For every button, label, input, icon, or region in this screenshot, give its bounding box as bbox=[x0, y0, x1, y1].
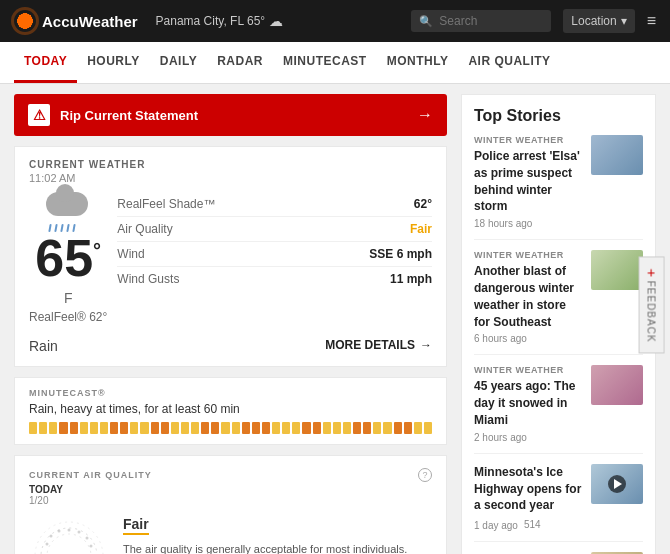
story-item[interactable]: Minnesota's Ice Highway opens for a seco… bbox=[474, 464, 643, 542]
hamburger-menu-icon[interactable]: ≡ bbox=[647, 12, 656, 30]
minutecast-segment bbox=[90, 422, 98, 434]
location-button[interactable]: Location ▾ bbox=[563, 9, 634, 33]
story-item[interactable]: WINTER WEATHER Another blast of dangerou… bbox=[474, 250, 643, 355]
weather-details: RealFeel Shade™ 62° Air Quality Fair Win… bbox=[117, 192, 432, 291]
nav-item-monthly[interactable]: MONTHLY bbox=[377, 42, 459, 83]
main-nav: TODAY HOURLY DAILY RADAR MINUTECAST MONT… bbox=[0, 42, 670, 84]
weather-description: Rain bbox=[29, 338, 58, 354]
svg-point-0 bbox=[35, 522, 103, 554]
feedback-label: FEEDBACK bbox=[646, 280, 657, 342]
air-quality-today: TODAY bbox=[29, 484, 432, 495]
alert-text: Rip Current Statement bbox=[60, 108, 417, 123]
story-headline: 45 years ago: The day it snowed in Miami bbox=[474, 378, 583, 428]
story-text: WINTER WEATHER 45 years ago: The day it … bbox=[474, 365, 583, 442]
minutecast-segment bbox=[313, 422, 321, 434]
minutecast-segment bbox=[404, 422, 412, 434]
story-image bbox=[591, 250, 643, 290]
nav-item-minutecast[interactable]: MINUTECAST bbox=[273, 42, 377, 83]
minutecast-segment bbox=[70, 422, 78, 434]
story-time: 18 hours ago bbox=[474, 218, 583, 229]
air-quality-content: 26 AQI Fair The air quality is generally… bbox=[29, 516, 432, 554]
cloud-icon: ☁ bbox=[269, 13, 283, 29]
current-weather-panel: CURRENT WEATHER 11:02 AM bbox=[14, 146, 447, 367]
left-column: ⚠ Rip Current Statement → CURRENT WEATHE… bbox=[14, 94, 447, 554]
current-weather-label: CURRENT WEATHER bbox=[29, 159, 432, 170]
minutecast-segment bbox=[191, 422, 199, 434]
nav-item-air-quality[interactable]: AIR QUALITY bbox=[458, 42, 560, 83]
air-quality-description: The air quality is generally acceptable … bbox=[123, 541, 432, 554]
minutecast-segment bbox=[80, 422, 88, 434]
minutecast-segment bbox=[110, 422, 118, 434]
minutecast-segment bbox=[373, 422, 381, 434]
alert-arrow-icon: → bbox=[417, 106, 433, 124]
minutecast-segment bbox=[272, 422, 280, 434]
minutecast-segment bbox=[292, 422, 300, 434]
minutecast-segment bbox=[59, 422, 67, 434]
story-view-count: 514 bbox=[524, 519, 541, 530]
minutecast-segment bbox=[333, 422, 341, 434]
nav-item-radar[interactable]: RADAR bbox=[207, 42, 273, 83]
minutecast-segment bbox=[181, 422, 189, 434]
search-bar[interactable]: 🔍 bbox=[411, 10, 551, 32]
story-headline: Minnesota's Ice Highway opens for a seco… bbox=[474, 464, 583, 514]
main-content: ⚠ Rip Current Statement → CURRENT WEATHE… bbox=[0, 84, 670, 554]
svg-point-7 bbox=[78, 531, 81, 534]
story-category: WINTER WEATHER bbox=[474, 250, 583, 260]
story-image bbox=[591, 135, 643, 175]
minutecast-segment bbox=[140, 422, 148, 434]
feedback-tab[interactable]: + FEEDBACK bbox=[638, 256, 664, 353]
minutecast-segment bbox=[343, 422, 351, 434]
minutecast-segment bbox=[282, 422, 290, 434]
minutecast-segment bbox=[383, 422, 391, 434]
temperature-unit: F bbox=[64, 290, 73, 306]
top-stories-title: Top Stories bbox=[474, 107, 643, 125]
minutecast-segment bbox=[221, 422, 229, 434]
svg-point-3 bbox=[46, 543, 49, 546]
info-icon[interactable]: ? bbox=[418, 468, 432, 482]
air-quality-date: 1/20 bbox=[29, 495, 432, 506]
svg-point-8 bbox=[86, 537, 89, 540]
nav-item-hourly[interactable]: HOURLY bbox=[77, 42, 150, 83]
more-details-arrow-icon: → bbox=[420, 338, 432, 352]
story-text: WINTER WEATHER Police arrest 'Elsa' as p… bbox=[474, 135, 583, 229]
minutecast-segment bbox=[151, 422, 159, 434]
story-category: WINTER WEATHER bbox=[474, 365, 583, 375]
nav-item-today[interactable]: TODAY bbox=[14, 42, 77, 83]
minutecast-segment bbox=[252, 422, 260, 434]
feedback-plus-icon: + bbox=[647, 264, 656, 280]
minutecast-description: Rain, heavy at times, for at least 60 mi… bbox=[29, 402, 432, 416]
svg-point-1 bbox=[41, 528, 97, 554]
top-stories-panel: Top Stories WINTER WEATHER Police arrest… bbox=[461, 94, 656, 554]
search-input[interactable] bbox=[439, 14, 543, 28]
current-weather-time: 11:02 AM bbox=[29, 172, 432, 184]
minutecast-segment bbox=[302, 422, 310, 434]
minutecast-segment bbox=[211, 422, 219, 434]
minutecast-segment bbox=[39, 422, 47, 434]
more-details-link[interactable]: MORE DETAILS → bbox=[325, 338, 432, 352]
svg-point-6 bbox=[68, 529, 71, 532]
story-time: 2 hours ago bbox=[474, 432, 583, 443]
minutecast-segment bbox=[29, 422, 37, 434]
story-time: 1 day ago bbox=[474, 520, 518, 531]
story-category: WINTER WEATHER bbox=[474, 135, 583, 145]
story-time: 6 hours ago bbox=[474, 333, 583, 344]
minutecast-segment bbox=[171, 422, 179, 434]
story-item[interactable]: WINTER WEATHER 45 years ago: The day it … bbox=[474, 365, 643, 453]
minutecast-segment bbox=[353, 422, 361, 434]
air-quality-row: Air Quality Fair bbox=[117, 217, 432, 242]
story-item[interactable]: WINTER WEATHER Police arrest 'Elsa' as p… bbox=[474, 135, 643, 240]
story-headline: Police arrest 'Elsa' as prime suspect be… bbox=[474, 148, 583, 215]
minutecast-segment bbox=[242, 422, 250, 434]
temperature-value: 65 bbox=[35, 232, 93, 284]
wind-gusts-row: Wind Gusts 11 mph bbox=[117, 267, 432, 291]
gauge-svg bbox=[29, 516, 109, 554]
right-column: Top Stories WINTER WEATHER Police arrest… bbox=[461, 94, 656, 554]
alert-banner[interactable]: ⚠ Rip Current Statement → bbox=[14, 94, 447, 136]
air-quality-panel: CURRENT AIR QUALITY ? TODAY 1/20 bbox=[14, 455, 447, 554]
current-weather-main-row: 65 ° F RealFeel® 62° RealFeel Shade™ 62°… bbox=[29, 192, 432, 324]
svg-point-2 bbox=[47, 534, 91, 554]
logo-area: AccuWeather bbox=[14, 10, 138, 32]
minutecast-segment bbox=[161, 422, 169, 434]
nav-item-daily[interactable]: DAILY bbox=[150, 42, 207, 83]
weather-icon bbox=[41, 192, 96, 232]
